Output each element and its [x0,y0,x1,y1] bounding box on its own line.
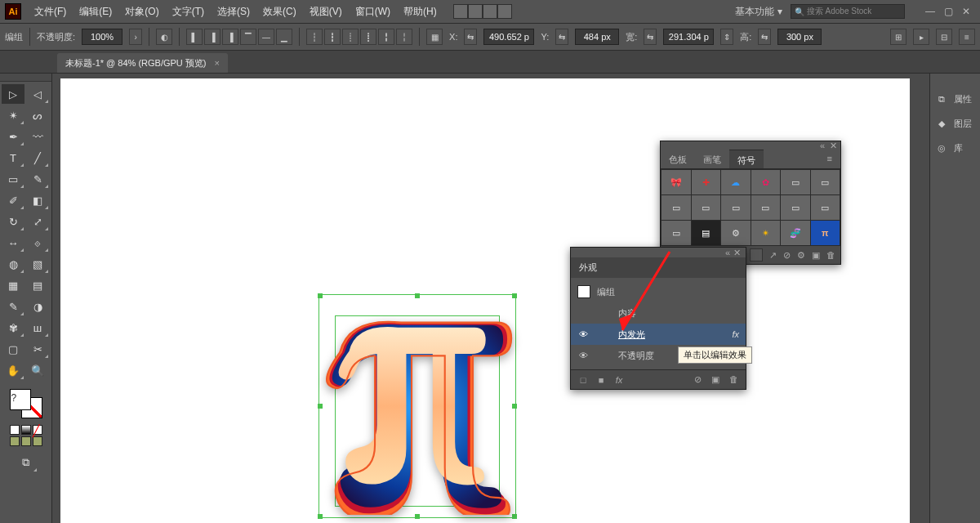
arrange-icon[interactable] [483,4,497,19]
symbol-cell[interactable]: ☁ [721,170,751,194]
eyedropper-tool[interactable]: ✎ [2,297,24,316]
hand-tool[interactable]: ✋ [2,360,24,380]
tab-symbols[interactable]: 符号 [729,150,764,168]
workspace-switcher[interactable]: 基本功能▾ [735,5,782,19]
x-field[interactable]: 490.652 p [483,29,534,45]
symbol-cell[interactable]: ▭ [662,221,691,245]
symbol-cell[interactable]: 🎀 [662,170,691,194]
menu-type[interactable]: 文字(T) [166,5,211,19]
appearance-row-group[interactable]: 编组 [571,281,746,302]
shaper-tool[interactable]: ✐ [2,190,24,210]
menu-select[interactable]: 选择(S) [211,5,256,19]
dist-3-icon[interactable]: ┊ [342,29,359,45]
gradient-tool[interactable]: ▤ [26,275,49,295]
transform-icon[interactable]: ▦ [426,29,443,45]
align-hcenter-icon[interactable]: ▐ [204,29,220,45]
magic-wand-tool[interactable]: ✴ [2,105,24,125]
add-stroke-icon[interactable]: □ [577,375,589,385]
width-tool[interactable]: ↔ [2,233,24,253]
symbol-cell[interactable]: ▭ [811,170,840,194]
lasso-tool[interactable]: ᔕ [26,105,49,125]
screen-mode-tool[interactable]: ⧉ [15,453,38,472]
search-input[interactable]: 🔍 搜索 Adobe Stock [791,4,905,19]
swatch-gradient[interactable] [21,425,31,435]
tab-swatches[interactable]: 色板 [661,150,695,168]
symbol-cell[interactable]: 🧬 [781,221,810,245]
symbol-cell[interactable]: ✴ [751,221,781,245]
graph-tool[interactable]: ш [26,318,49,337]
symbol-cell[interactable]: ✿ [751,170,781,194]
symbol-cell[interactable]: ⚙ [721,221,751,245]
dock-properties[interactable]: ⧉属性 [933,88,978,110]
menu-object[interactable]: 对象(O) [118,5,165,19]
delete-icon[interactable]: 🗑 [728,374,739,385]
type-tool[interactable]: T [2,148,24,168]
symbol-cell[interactable]: ▭ [662,195,691,220]
dist-4-icon[interactable]: ┋ [360,29,376,45]
eraser-tool[interactable]: ◧ [26,190,49,210]
perspective-tool[interactable]: ▧ [26,254,49,274]
menu-edit[interactable]: 编辑(E) [73,5,118,19]
align-right-icon[interactable]: ▐ [222,29,238,45]
dist-6-icon[interactable]: ╎ [396,29,412,45]
fx-badge[interactable]: fx [732,329,739,339]
gpu-icon[interactable] [497,4,512,19]
add-effect-icon[interactable]: fx [613,375,625,385]
selection-tool[interactable]: ▷ [2,84,24,104]
w-link-icon[interactable]: ⇆ [644,29,657,45]
slice-tool[interactable]: ✂ [26,339,49,359]
shape-builder-tool[interactable]: ◍ [2,254,24,274]
panel-close-icon[interactable]: ✕ [733,248,741,258]
add-fill-icon[interactable]: ■ [595,375,607,385]
symbol-new-icon[interactable]: ▣ [812,250,820,261]
curvature-tool[interactable]: 〰 [26,127,49,146]
swatch-none[interactable]: ╱ [33,425,42,435]
stock-icon[interactable] [468,4,483,19]
free-transform-tool[interactable]: ⟐ [26,233,49,253]
symbol-cell[interactable]: ✚ [692,170,721,194]
symbol-sprayer-tool[interactable]: ✾ [2,318,24,337]
mesh-tool[interactable]: ▦ [2,275,24,295]
visibility-icon[interactable]: 👁 [577,351,589,360]
duplicate-icon[interactable]: ▣ [710,374,721,385]
tab-close-icon[interactable]: × [215,58,220,68]
opacity-more-icon[interactable]: › [129,29,142,45]
paintbrush-tool[interactable]: ✎ [26,169,49,189]
symbol-cell[interactable]: ▭ [781,195,810,220]
opacity-field[interactable]: 100% [82,29,122,45]
direct-selection-tool[interactable]: ◁ [26,84,49,104]
symbol-break-icon[interactable]: ⊘ [783,250,791,261]
appearance-panel[interactable]: «✕ 外观 编组 内容 👁 内发光 fx 👁 不透明度 □ ■ fx ⊘ ▣ [570,247,746,390]
h-field[interactable]: 300 px [777,29,822,45]
panel-menu-icon[interactable]: ≡ [819,150,840,168]
appearance-row-contents[interactable]: 内容 [571,302,746,324]
minimize-icon[interactable]: — [924,6,936,17]
dist-5-icon[interactable]: ╏ [378,29,394,45]
symbol-delete-icon[interactable]: 🗑 [826,250,835,260]
symbol-cell[interactable]: π [811,221,840,245]
close-icon[interactable]: ✕ [960,6,972,17]
artboard-tool[interactable]: ▢ [2,339,24,359]
symbol-cell[interactable]: ▭ [811,195,840,220]
symbol-place-icon[interactable]: ↗ [769,250,777,261]
constrain-icon[interactable]: ⇕ [720,29,733,45]
align-left-icon[interactable]: ▌ [186,29,203,45]
symbol-cell[interactable]: ▤ [692,221,721,245]
line-tool[interactable]: ╱ [26,148,49,168]
dock-libraries[interactable]: ◎库 [933,137,978,159]
pref-1-icon[interactable]: ⊞ [890,29,906,45]
pen-tool[interactable]: ✒ [2,127,24,146]
tab-brushes[interactable]: 画笔 [695,150,729,168]
dist-1-icon[interactable]: ┆ [306,29,323,45]
w-field[interactable]: 291.304 p [663,29,714,45]
h-link-icon[interactable]: ⇆ [758,29,771,45]
visibility-icon[interactable]: 👁 [577,329,589,339]
appearance-row-inner-glow[interactable]: 👁 内发光 fx [571,324,746,345]
menu-file[interactable]: 文件(F) [28,5,73,19]
y-link-icon[interactable]: ⇆ [555,29,568,45]
zoom-tool[interactable]: 🔍 [26,360,49,380]
swatch-solid[interactable] [10,425,20,435]
menu-help[interactable]: 帮助(H) [397,5,443,19]
symbol-cell[interactable]: ▭ [781,170,810,194]
scale-tool[interactable]: ⤢ [26,212,49,231]
